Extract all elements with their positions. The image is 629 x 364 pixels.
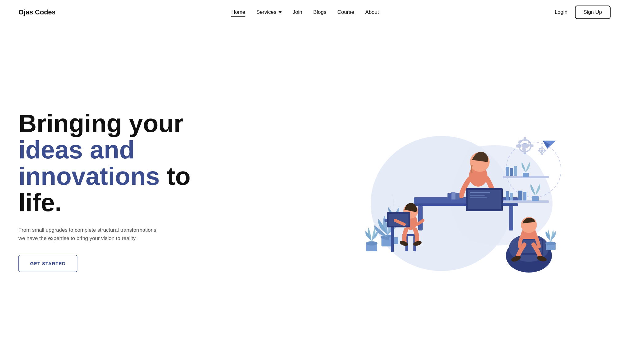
svg-rect-18 bbox=[538, 147, 541, 150]
svg-point-13 bbox=[541, 149, 543, 152]
svg-rect-35 bbox=[470, 192, 490, 193]
svg-rect-45 bbox=[514, 166, 517, 176]
svg-rect-4 bbox=[524, 137, 526, 141]
svg-rect-49 bbox=[518, 191, 522, 200]
nav-item-course[interactable]: Course bbox=[337, 9, 354, 15]
signup-button[interactable]: Sign Up bbox=[575, 6, 611, 19]
nav-item-join[interactable]: Join bbox=[293, 9, 302, 15]
nav-link-course[interactable]: Course bbox=[337, 9, 354, 15]
svg-point-74 bbox=[545, 242, 556, 245]
hero-description: From small upgrades to complete structur… bbox=[18, 226, 190, 242]
hero-section: Bringing your ideas and innovations to l… bbox=[0, 25, 629, 364]
get-started-button[interactable]: GET STARTED bbox=[18, 255, 77, 272]
nav-link-blogs[interactable]: Blogs bbox=[313, 9, 326, 15]
svg-rect-39 bbox=[451, 192, 455, 199]
hero-text-block: Bringing your ideas and innovations to l… bbox=[18, 110, 227, 272]
svg-rect-30 bbox=[509, 206, 513, 230]
nav-item-about[interactable]: About bbox=[365, 9, 379, 15]
nav-link-join[interactable]: Join bbox=[293, 9, 302, 15]
svg-rect-29 bbox=[418, 206, 423, 230]
svg-rect-38 bbox=[455, 193, 459, 199]
nav-actions: Login Sign Up bbox=[555, 6, 611, 19]
svg-rect-11 bbox=[517, 143, 522, 148]
svg-rect-42 bbox=[503, 200, 549, 203]
nav-item-blogs[interactable]: Blogs bbox=[313, 9, 326, 15]
nav-item-home[interactable]: Home bbox=[231, 9, 245, 15]
svg-rect-37 bbox=[470, 197, 487, 198]
nav-link-home[interactable]: Home bbox=[231, 9, 245, 17]
nav-item-services[interactable]: Services bbox=[256, 9, 282, 15]
svg-rect-40 bbox=[447, 193, 451, 199]
hero-headline: Bringing your ideas and innovations to l… bbox=[18, 110, 227, 216]
hero-illustration-svg bbox=[352, 105, 561, 277]
svg-rect-44 bbox=[510, 168, 513, 176]
svg-rect-46 bbox=[523, 173, 529, 177]
svg-rect-36 bbox=[470, 195, 485, 196]
chevron-down-icon bbox=[279, 11, 282, 13]
svg-rect-48 bbox=[510, 193, 513, 200]
navbar: Ojas Codes Home Services Join Blogs Cour… bbox=[0, 0, 629, 25]
svg-rect-51 bbox=[532, 196, 539, 201]
nav-link-about[interactable]: About bbox=[365, 9, 379, 15]
nav-link-services[interactable]: Services bbox=[256, 9, 282, 15]
svg-rect-14 bbox=[541, 147, 543, 149]
brand-logo[interactable]: Ojas Codes bbox=[18, 8, 56, 16]
svg-rect-47 bbox=[506, 191, 509, 200]
svg-point-72 bbox=[366, 241, 377, 246]
hero-illustration bbox=[303, 105, 611, 277]
svg-rect-7 bbox=[529, 145, 533, 147]
svg-rect-50 bbox=[523, 192, 526, 200]
login-button[interactable]: Login bbox=[555, 9, 568, 15]
svg-rect-43 bbox=[506, 167, 509, 176]
nav-links: Home Services Join Blogs Course About bbox=[231, 9, 379, 15]
